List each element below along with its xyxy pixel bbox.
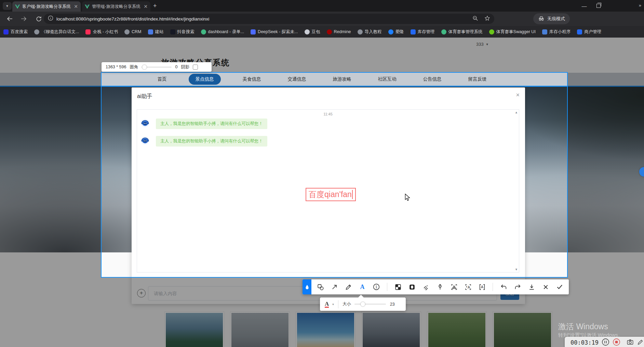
forward-button[interactable] [19, 14, 29, 24]
tab-close-icon[interactable]: ✕ [74, 4, 78, 9]
shape-tool-icon[interactable] [316, 283, 324, 291]
window-minimize-button[interactable]: — [577, 0, 591, 12]
bookmark-favicon [148, 29, 153, 34]
text-options-popup: A ▾ 大小 23 [320, 297, 406, 311]
bookmark-favicon [441, 29, 446, 34]
bookmark-item[interactable]: CRM [124, 29, 141, 34]
redo-icon[interactable] [513, 283, 522, 291]
bookmark-label: 体育赛事管理系统 [448, 29, 483, 35]
snip-dim-overlay-right [568, 72, 644, 278]
bookmarks-overflow-icon[interactable]: » [639, 3, 641, 8]
bookmark-item[interactable]: dashboard - 录单... [201, 29, 244, 35]
font-size-slider[interactable] [354, 304, 386, 305]
recorder-bar: 00:03:19 [565, 337, 644, 347]
toolbar-divider [387, 283, 387, 291]
bookmark-label: 抖音搜索 [177, 29, 194, 35]
url-text: localhost:8080/springboote7z2r88l/front/… [56, 16, 472, 22]
bookmark-favicon [124, 29, 130, 34]
arrow-tool-icon[interactable] [330, 283, 338, 291]
bookmark-favicon [489, 29, 494, 34]
new-tab-button[interactable]: + [153, 2, 157, 9]
mosaic-tool-icon[interactable] [394, 283, 402, 291]
bookmark-item[interactable]: 体育赛事Swagger UI [489, 29, 536, 35]
font-size-value: 23 [390, 302, 395, 307]
slider-knob[interactable] [142, 65, 147, 69]
windows-activation-watermark: 激活 Windows [558, 321, 608, 332]
number-tool-icon[interactable]: 1 [372, 283, 380, 291]
bookmark-item[interactable]: 库存小程序 [542, 29, 571, 35]
toolbar-handle[interactable] [303, 279, 311, 294]
snip-selection-rect[interactable] [101, 72, 568, 278]
bookmark-item[interactable]: 抖音搜索 [170, 29, 194, 35]
bookmark-label: Redmine [334, 29, 351, 34]
bookmark-label: 《聊斋志异白话文... [41, 29, 79, 35]
bookmark-item[interactable]: 《聊斋志异白话文... [34, 29, 79, 35]
pause-recording-button[interactable] [602, 338, 609, 347]
shadow-checkbox[interactable] [193, 65, 198, 70]
bookmark-item[interactable]: 豆包 [305, 29, 320, 35]
svg-text:1: 1 [375, 285, 377, 289]
text-caret [352, 190, 353, 199]
pen-tool-icon[interactable] [344, 283, 352, 291]
tab-admin[interactable]: 管理端-旅游攻略分享系统 ✕ [82, 1, 150, 12]
download-icon[interactable] [527, 283, 536, 291]
tab-title: 客户端-旅游攻略分享系统 [22, 4, 72, 10]
reload-button[interactable] [33, 14, 44, 24]
bookmark-favicon [358, 29, 363, 34]
bookmark-label: DeepSeek - 探索未... [258, 29, 298, 35]
bookmark-favicon [411, 29, 416, 34]
bookmark-item[interactable]: DeepSeek - 探索未... [251, 29, 298, 35]
bookmark-label: 体育赛事Swagger UI [496, 29, 536, 35]
bookmark-item[interactable]: 体育赛事管理系统 [441, 29, 483, 35]
bookmark-item[interactable]: 商户管理 [577, 29, 601, 35]
snip-toolbar: A 1 A A [303, 279, 569, 294]
tab-close-icon[interactable]: ✕ [144, 4, 148, 9]
chevron-down-icon[interactable]: ▾ [332, 303, 334, 306]
zoom-icon[interactable] [472, 15, 478, 23]
bookmark-favicon [85, 29, 91, 34]
shadow-label: 阴影 [181, 64, 189, 70]
undo-icon[interactable] [499, 283, 508, 291]
svg-text:A: A [481, 285, 483, 289]
incognito-icon [538, 16, 545, 22]
bookmark-label: dashboard - 录单... [208, 29, 244, 35]
incognito-badge: 无痕模式 [533, 13, 570, 24]
blur-tool-icon[interactable] [408, 283, 416, 291]
bookmark-item[interactable]: 建站 [148, 29, 164, 35]
bookmark-label: 商户管理 [584, 29, 601, 35]
bookmark-item[interactable]: 导入教程 [358, 29, 382, 35]
cancel-icon[interactable] [541, 283, 550, 291]
confirm-icon[interactable] [555, 283, 564, 291]
bookmark-favicon [170, 29, 175, 34]
bookmark-item[interactable]: 爱隆 [388, 29, 404, 35]
window-restore-button[interactable] [591, 0, 606, 12]
address-bar[interactable]: localhost:8080/springboote7z2r88l/front/… [44, 14, 494, 24]
snip-size-bar: 1363 * 596 圆角 0 阴影 [102, 62, 212, 72]
bookmark-item[interactable]: 百度搜索 [3, 29, 28, 35]
stop-recording-button[interactable] [613, 338, 620, 347]
selection-size-value: 1363 * 596 [106, 65, 126, 69]
site-info-icon[interactable] [48, 15, 53, 22]
annotate-pencil-button[interactable] [637, 338, 644, 347]
bookmark-star-icon[interactable] [484, 15, 490, 23]
slider-knob[interactable] [361, 302, 365, 306]
text-tool-icon[interactable]: A [358, 283, 366, 291]
restore-icon [596, 4, 601, 8]
ocr-tool-icon[interactable]: A [464, 283, 472, 291]
screenshot-camera-button[interactable] [627, 338, 634, 347]
bookmark-item[interactable]: Redmine [327, 29, 351, 34]
hatch-tool-icon[interactable] [422, 283, 430, 291]
bookmark-item[interactable]: 库存管理 [411, 29, 435, 35]
tab-search-button[interactable]: ▾ [3, 2, 12, 10]
translate-tool-icon[interactable]: A [478, 283, 486, 291]
back-button[interactable] [4, 14, 14, 24]
cut-tool-icon[interactable] [450, 283, 458, 291]
corner-radius-slider[interactable] [142, 67, 172, 68]
bookmark-favicon [542, 29, 547, 34]
text-annotation-box[interactable]: 百度qian'fan [306, 188, 356, 201]
bookmark-item[interactable]: 全栈 - 小红书 [85, 29, 118, 35]
font-color-picker[interactable]: A [325, 301, 329, 308]
tab-client[interactable]: 客户端-旅游攻略分享系统 ✕ [12, 1, 81, 12]
pin-tool-icon[interactable] [436, 283, 444, 291]
bookmark-favicon [327, 29, 332, 34]
